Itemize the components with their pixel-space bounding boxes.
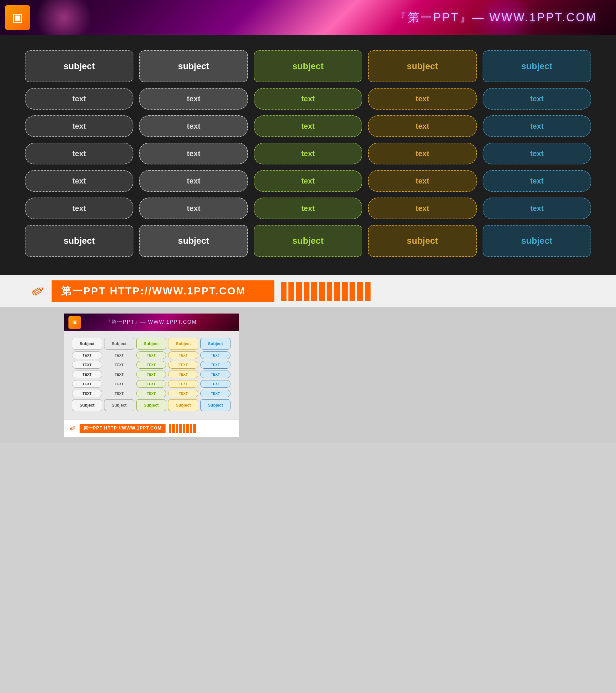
text-cell: text xyxy=(25,88,134,110)
table-row: text text text text text xyxy=(25,143,591,164)
table-row: TEXT TEXT TEXT TEXT TEXT xyxy=(72,371,230,378)
b-subject-cell: Subject xyxy=(168,399,198,411)
b-subject-cell: Subject xyxy=(72,399,102,411)
stripe xyxy=(342,282,348,301)
b-subject-cell: Subject xyxy=(136,399,166,411)
bottom-section-wrapper: ▣ 『第一PPT』— WWW.1PPT.COM Subject Subject … xyxy=(0,307,616,443)
text-cell: text xyxy=(368,143,476,164)
bottom-footer: ✏ 第一PPT HTTP://WWW.1PPT.COM xyxy=(64,419,239,437)
stripe xyxy=(179,424,182,433)
bottom-pencil-icon: ✏ xyxy=(68,423,78,434)
table-row: subject subject subject subject subject xyxy=(25,225,591,257)
text-cell: text xyxy=(482,143,591,164)
top-header-banner: ▣ 『第一PPT』— WWW.1PPT.COM xyxy=(0,0,616,35)
table-row: subject subject subject subject subject xyxy=(25,50,591,82)
b-text-cell: TEXT xyxy=(136,380,166,388)
footer-stripes xyxy=(281,282,371,301)
b-text-cell: TEXT xyxy=(72,390,102,397)
page-wrapper: ▣ 『第一PPT』— WWW.1PPT.COM subject subject … xyxy=(0,0,616,443)
text-cell: text xyxy=(139,115,248,137)
stripe xyxy=(288,282,294,301)
b-text-cell: TEXT xyxy=(104,380,134,388)
b-text-cell: TEXT xyxy=(168,390,198,397)
table-row: TEXT TEXT TEXT TEXT TEXT xyxy=(72,390,230,397)
text-cell: text xyxy=(368,88,476,110)
subject-cell: subject xyxy=(482,50,591,82)
footer-url-text: 第一PPT HTTP://WWW.1PPT.COM xyxy=(52,280,274,302)
stripe xyxy=(176,424,178,433)
bottom-header-title: 『第一PPT』— WWW.1PPT.COM xyxy=(106,319,197,325)
stripe xyxy=(281,282,287,301)
subject-cell: subject xyxy=(139,50,248,82)
stripe xyxy=(193,424,196,433)
b-text-cell: TEXT xyxy=(200,352,230,359)
subject-cell: subject xyxy=(25,50,134,82)
cell-col2-row1: subject xyxy=(139,50,248,82)
stripe xyxy=(190,424,192,433)
stripe xyxy=(365,282,371,301)
text-cell: text xyxy=(368,115,476,137)
subject-cell: subject xyxy=(254,225,362,257)
b-subject-cell: Subject xyxy=(72,338,102,350)
table-row: TEXT TEXT TEXT TEXT TEXT xyxy=(72,352,230,359)
stripe xyxy=(296,282,302,301)
table-row: text text text text text xyxy=(25,170,591,192)
text-cell: text xyxy=(482,88,591,110)
bottom-grid-area: Subject Subject Subject Subject Subject … xyxy=(64,331,239,419)
stripe xyxy=(311,282,317,301)
bottom-footer-url: 第一PPT HTTP://WWW.1PPT.COM xyxy=(80,424,166,433)
b-text-cell: TEXT xyxy=(72,361,102,369)
table-row: TEXT TEXT TEXT TEXT TEXT xyxy=(72,380,230,388)
top-grid-area: subject subject subject subject subject … xyxy=(0,35,616,275)
bottom-header: ▣ 『第一PPT』— WWW.1PPT.COM xyxy=(64,314,239,331)
table-row: Subject Subject Subject Subject Subject xyxy=(72,338,230,350)
text-cell: text xyxy=(139,198,248,219)
bottom-footer-stripes xyxy=(169,424,196,433)
text-cell: text xyxy=(25,115,134,137)
b-text-cell: TEXT xyxy=(72,352,102,359)
b-text-cell: TEXT xyxy=(200,390,230,397)
b-subject-cell: Subject xyxy=(104,399,134,411)
text-cell: text xyxy=(482,198,591,219)
text-cell: text xyxy=(25,198,134,219)
table-row: text text text text text xyxy=(25,115,591,137)
text-cell: text xyxy=(139,143,248,164)
pencil-icon: ✏ xyxy=(28,280,49,302)
top-header-title: 『第一PPT』— WWW.1PPT.COM xyxy=(395,10,597,25)
b-text-cell: TEXT xyxy=(136,352,166,359)
subject-cell: subject xyxy=(482,225,591,257)
b-text-cell: TEXT xyxy=(104,390,134,397)
b-text-cell: TEXT xyxy=(72,380,102,388)
text-cell: text xyxy=(139,88,248,110)
stripe xyxy=(357,282,363,301)
b-text-cell: TEXT xyxy=(168,380,198,388)
b-text-cell: TEXT xyxy=(200,371,230,378)
b-text-cell: TEXT xyxy=(104,352,134,359)
text-cell: text xyxy=(482,115,591,137)
stripe xyxy=(169,424,171,433)
b-text-cell: TEXT xyxy=(168,361,198,369)
b-subject-cell: Subject xyxy=(200,338,230,350)
stripe xyxy=(186,424,189,433)
ppt-icon-top: ▣ xyxy=(5,5,30,30)
top-footer-banner: ✏ 第一PPT HTTP://WWW.1PPT.COM xyxy=(0,275,616,307)
table-row: text text text text text xyxy=(25,198,591,219)
bottom-ppt-icon: ▣ xyxy=(68,316,81,329)
text-cell: text xyxy=(254,170,362,192)
subject-cell: subject xyxy=(368,225,476,257)
b-text-cell: TEXT xyxy=(168,371,198,378)
bottom-card: ▣ 『第一PPT』— WWW.1PPT.COM Subject Subject … xyxy=(64,314,239,437)
text-cell: text xyxy=(368,170,476,192)
b-text-cell: TEXT xyxy=(104,361,134,368)
cell-col3-row1: subject xyxy=(254,50,362,82)
subject-cell: subject xyxy=(368,50,476,82)
subject-cell: subject xyxy=(139,225,248,257)
text-cell: text xyxy=(254,115,362,137)
stripe xyxy=(327,282,332,301)
stripe xyxy=(334,282,340,301)
b-text-cell: TEXT xyxy=(200,380,230,388)
b-subject-cell: Subject xyxy=(200,399,230,411)
stripe xyxy=(183,424,185,433)
table-row: TEXT TEXT TEXT TEXT TEXT xyxy=(72,361,230,369)
text-cell: text xyxy=(482,170,591,192)
